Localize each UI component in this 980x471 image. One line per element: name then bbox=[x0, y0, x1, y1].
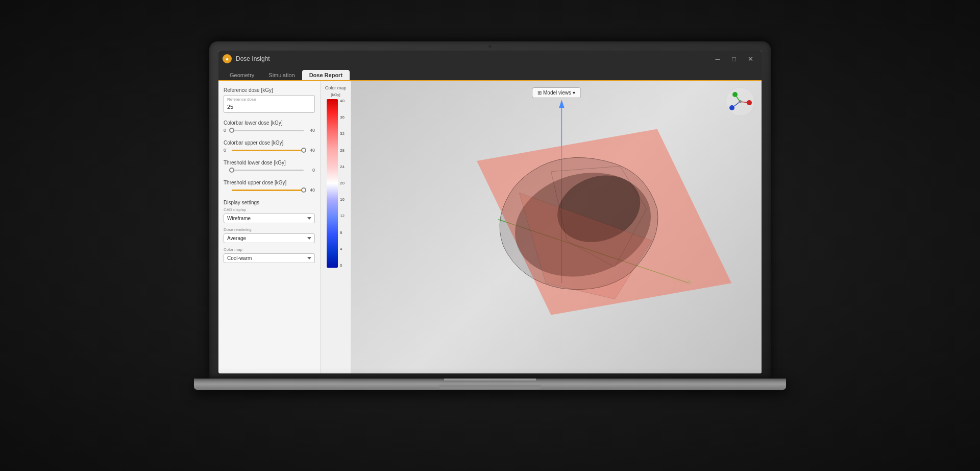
colormap-panel: Color map [kGy] 40 36 32 28 24 20 bbox=[321, 81, 351, 373]
color-map-label: Color map bbox=[224, 247, 315, 252]
tab-simulation[interactable]: Simulation bbox=[261, 70, 302, 80]
threshold-upper-max: 40 bbox=[306, 187, 315, 193]
maximize-button[interactable]: □ bbox=[727, 53, 741, 64]
tick-32: 32 bbox=[340, 132, 345, 136]
colorbar-lower-section: Colorbar lower dose [kGy] 0 40 bbox=[224, 120, 315, 133]
laptop-bottom bbox=[194, 379, 786, 390]
reference-dose-label: Reference dose [kGy] bbox=[224, 87, 315, 93]
svg-point-14 bbox=[739, 100, 742, 103]
tick-16: 16 bbox=[340, 198, 345, 202]
svg-marker-5 bbox=[559, 100, 564, 108]
threshold-upper-section: Threshold upper dose [kGy] 40 bbox=[224, 180, 315, 193]
reference-dose-section: Reference dose [kGy] Reference dose 25 bbox=[224, 87, 315, 113]
tab-geometry[interactable]: Geometry bbox=[223, 70, 261, 80]
color-map-select[interactable]: Cool-warm Rainbow Grayscale bbox=[224, 253, 315, 263]
colorbar-lower-max: 40 bbox=[306, 128, 315, 133]
app-title: Dose Insight bbox=[236, 55, 706, 62]
camera-dot bbox=[488, 45, 492, 48]
color-map-group: Color map Cool-warm Rainbow Grayscale bbox=[224, 247, 315, 263]
tab-bar: Geometry Simulation Dose Report bbox=[218, 67, 762, 81]
cad-display-label: CAD display bbox=[224, 207, 315, 212]
colorbar-upper-track[interactable] bbox=[232, 150, 304, 151]
close-button[interactable]: ✕ bbox=[743, 53, 757, 64]
colormap-label: Color map bbox=[325, 85, 347, 90]
reference-dose-value: 25 bbox=[227, 104, 233, 110]
tick-12: 12 bbox=[340, 214, 345, 218]
cad-display-group: CAD display Wireframe Solid None bbox=[224, 207, 315, 223]
scene-svg bbox=[351, 81, 762, 373]
tick-36: 36 bbox=[340, 115, 345, 120]
threshold-lower-label: Threshold lower dose [kGy] bbox=[224, 160, 315, 166]
threshold-lower-track[interactable] bbox=[232, 170, 304, 171]
colorbar-lower-track[interactable] bbox=[232, 130, 304, 131]
dose-rendering-group: Dose rendering Average Maximum Minimum bbox=[224, 227, 315, 243]
screen-bezel: ● Dose Insight ─ □ ✕ Geometry Simulation… bbox=[209, 41, 771, 379]
reference-dose-input-group[interactable]: Reference dose 25 bbox=[224, 95, 315, 113]
colorbar-upper-section: Colorbar upper dose [kGy] 0 40 bbox=[224, 140, 315, 153]
cad-display-select[interactable]: Wireframe Solid None bbox=[224, 214, 315, 223]
colorbar-upper-label: Colorbar upper dose [kGy] bbox=[224, 140, 315, 146]
scene-background: ⊞ Model views ▾ bbox=[351, 81, 762, 373]
threshold-upper-track[interactable] bbox=[232, 190, 304, 191]
dose-rendering-select[interactable]: Average Maximum Minimum bbox=[224, 233, 315, 243]
nav-cube-svg bbox=[725, 86, 755, 117]
dose-rendering-label: Dose rendering bbox=[224, 227, 315, 232]
main-content: Reference dose [kGy] Reference dose 25 C… bbox=[218, 81, 762, 373]
tick-0: 0 bbox=[340, 264, 345, 268]
display-settings-section: Display settings CAD display Wireframe S… bbox=[224, 200, 315, 263]
tick-40: 40 bbox=[340, 99, 345, 103]
tick-20: 20 bbox=[340, 181, 345, 185]
colorbar-upper-max: 40 bbox=[306, 148, 315, 153]
laptop-hinge bbox=[444, 379, 536, 382]
threshold-upper-label: Threshold upper dose [kGy] bbox=[224, 180, 315, 185]
minimize-button[interactable]: ─ bbox=[710, 53, 725, 64]
trackpad bbox=[439, 385, 541, 389]
navigation-cube[interactable] bbox=[725, 86, 755, 117]
tick-4: 4 bbox=[340, 247, 345, 251]
window-controls: ─ □ ✕ bbox=[710, 53, 757, 64]
left-panel: Reference dose [kGy] Reference dose 25 C… bbox=[218, 81, 321, 373]
display-settings-label: Display settings bbox=[224, 200, 315, 205]
threshold-lower-max: 0 bbox=[306, 168, 315, 173]
colorbar-upper-slider-row: 0 40 bbox=[224, 148, 315, 153]
colorbar-lower-slider-row: 0 40 bbox=[224, 128, 315, 133]
colormap-bar-container: 40 36 32 28 24 20 16 12 8 4 0 bbox=[327, 99, 345, 268]
colormap-ticks: 40 36 32 28 24 20 16 12 8 4 0 bbox=[340, 99, 345, 268]
viewport[interactable]: ⊞ Model views ▾ bbox=[351, 81, 762, 373]
threshold-upper-slider-row: 40 bbox=[224, 187, 315, 193]
threshold-lower-slider-row: 0 bbox=[224, 168, 315, 173]
app-icon: ● bbox=[223, 54, 232, 63]
colormap-bar bbox=[327, 99, 338, 268]
threshold-lower-section: Threshold lower dose [kGy] 0 bbox=[224, 160, 315, 173]
tick-24: 24 bbox=[340, 165, 345, 169]
laptop: ● Dose Insight ─ □ ✕ Geometry Simulation… bbox=[199, 41, 781, 430]
tab-dose-report[interactable]: Dose Report bbox=[302, 70, 350, 80]
screen: ● Dose Insight ─ □ ✕ Geometry Simulation… bbox=[218, 51, 762, 373]
title-bar: ● Dose Insight ─ □ ✕ bbox=[218, 51, 762, 67]
colormap-unit: [kGy] bbox=[331, 92, 340, 97]
tick-28: 28 bbox=[340, 149, 345, 153]
tick-8: 8 bbox=[340, 231, 345, 235]
reference-dose-input-label: Reference dose bbox=[227, 97, 311, 102]
colorbar-lower-label: Colorbar lower dose [kGy] bbox=[224, 120, 315, 126]
app-window: ● Dose Insight ─ □ ✕ Geometry Simulation… bbox=[218, 51, 762, 373]
colorbar-upper-min: 0 bbox=[224, 148, 230, 153]
